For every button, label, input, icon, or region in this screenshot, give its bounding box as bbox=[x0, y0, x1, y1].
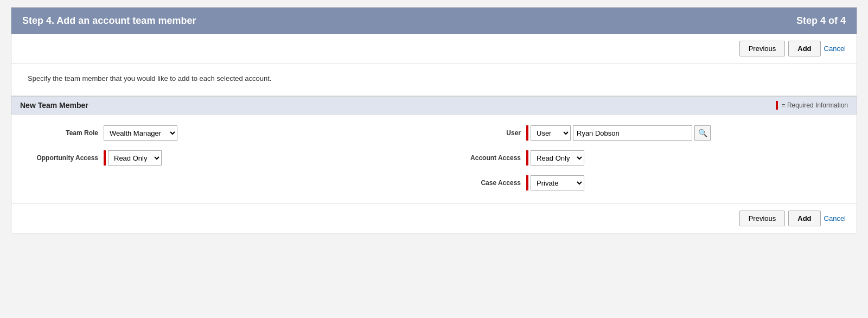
required-bar-icon bbox=[776, 101, 778, 110]
team-role-row: Team Role Wealth Manager Account Manager… bbox=[28, 125, 418, 141]
user-row: User User Queue 🔍 bbox=[450, 125, 840, 141]
account-access-row: Account Access Read Only Read/Write Priv… bbox=[450, 150, 840, 166]
user-label: User bbox=[450, 129, 521, 137]
opportunity-access-select[interactable]: Read Only Read/Write Private bbox=[108, 150, 162, 166]
top-add-button[interactable]: Add bbox=[788, 41, 820, 56]
case-access-field-wrap: Private Read Only Read/Write bbox=[526, 175, 584, 190]
user-type-select[interactable]: User Queue bbox=[531, 125, 571, 141]
top-cancel-link[interactable]: Cancel bbox=[824, 44, 846, 53]
empty-spacer bbox=[28, 175, 418, 190]
team-role-label: Team Role bbox=[28, 129, 98, 137]
user-search-button[interactable]: 🔍 bbox=[694, 125, 711, 141]
opportunity-required-bar bbox=[104, 150, 106, 166]
account-required-bar bbox=[526, 150, 528, 166]
top-previous-button[interactable]: Previous bbox=[739, 41, 786, 56]
user-required-bar bbox=[526, 125, 528, 141]
search-icon: 🔍 bbox=[698, 128, 707, 138]
step-indicator: Step 4 of 4 bbox=[796, 15, 846, 27]
opportunity-access-field-wrap: Read Only Read/Write Private bbox=[104, 150, 162, 166]
opportunity-access-row: Opportunity Access Read Only Read/Write … bbox=[28, 150, 418, 166]
bottom-add-button[interactable]: Add bbox=[788, 211, 820, 226]
wizard-header: Step 4. Add an account team member Step … bbox=[11, 8, 857, 34]
required-legend: = Required Information bbox=[776, 101, 848, 110]
user-name-input[interactable] bbox=[573, 125, 692, 141]
bottom-toolbar: Previous Add Cancel bbox=[11, 203, 857, 233]
team-role-field-wrap: Wealth Manager Account Manager Sales Rep… bbox=[104, 125, 177, 141]
wizard-title: Step 4. Add an account team member bbox=[22, 15, 196, 27]
description-text: Specify the team member that you would l… bbox=[28, 74, 271, 82]
account-access-field-wrap: Read Only Read/Write Private bbox=[526, 150, 584, 166]
user-type-and-name: User Queue 🔍 bbox=[531, 125, 711, 141]
wizard-container: Step 4. Add an account team member Step … bbox=[11, 7, 857, 233]
bottom-previous-button[interactable]: Previous bbox=[739, 211, 786, 226]
account-access-select[interactable]: Read Only Read/Write Private bbox=[531, 150, 584, 166]
case-required-bar bbox=[526, 175, 528, 190]
section-title: New Team Member bbox=[20, 101, 88, 110]
top-toolbar: Previous Add Cancel bbox=[11, 34, 857, 63]
case-access-row: Case Access Private Read Only Read/Write bbox=[450, 175, 840, 190]
wizard-description: Specify the team member that you would l… bbox=[11, 63, 857, 96]
opportunity-access-label: Opportunity Access bbox=[28, 154, 98, 162]
case-access-label: Case Access bbox=[450, 179, 521, 187]
case-access-select[interactable]: Private Read Only Read/Write bbox=[531, 175, 584, 190]
account-access-label: Account Access bbox=[450, 154, 521, 162]
required-legend-text: = Required Information bbox=[782, 101, 848, 109]
bottom-cancel-link[interactable]: Cancel bbox=[824, 214, 846, 222]
team-role-select[interactable]: Wealth Manager Account Manager Sales Rep… bbox=[104, 125, 177, 141]
section-header: New Team Member = Required Information bbox=[11, 96, 857, 115]
user-field-wrap: User Queue 🔍 bbox=[526, 125, 711, 141]
form-section: Team Role Wealth Manager Account Manager… bbox=[11, 115, 857, 203]
